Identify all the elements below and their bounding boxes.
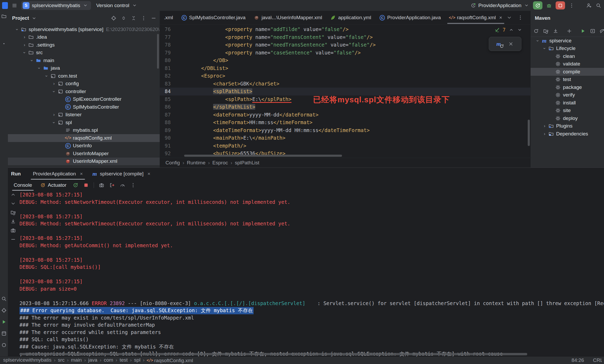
code-line-81[interactable]: 81 </DBList>	[160, 64, 530, 72]
editor-tab-application-yml[interactable]: application.yml	[326, 11, 375, 24]
console-output[interactable]: [2023-08-08 15:27:15]DEBUG: Method: setN…	[19, 191, 604, 357]
tab-list-chevron-icon[interactable]	[506, 15, 512, 21]
code-line-90[interactable]: 90 <mainPath>E:\</mainPath>	[160, 134, 530, 142]
search-icon[interactable]	[1, 296, 7, 302]
download-sources-icon[interactable]	[553, 28, 558, 34]
console-hscrollbar[interactable]	[19, 353, 527, 355]
close-tab-icon[interactable]: ×	[148, 171, 150, 177]
tree-chevron-icon[interactable]: ›	[542, 45, 547, 52]
project-item-spl[interactable]: ›spl	[8, 119, 160, 127]
maven-item-install[interactable]: install	[531, 99, 604, 107]
toggle-offline-icon[interactable]	[600, 28, 604, 34]
close-tab-icon[interactable]: ×	[80, 171, 83, 177]
project-item-java[interactable]: ›java	[8, 64, 160, 72]
editor-tab-java-userinfomapper-xml[interactable]: java\...\UserinfoMapper.xml	[250, 11, 326, 24]
project-item-userinfomapper[interactable]: UserInfoMapper	[8, 150, 160, 158]
close-tab-icon[interactable]: ×	[499, 15, 502, 21]
load-maven-changes-button[interactable]: m	[496, 41, 501, 47]
collapse-all-icon[interactable]	[131, 15, 137, 21]
debug-button[interactable]	[546, 3, 552, 8]
services-icon[interactable]	[1, 331, 7, 336]
project-switcher[interactable]: S splservicewithmybatis	[21, 1, 91, 10]
expand-all-icon[interactable]	[121, 15, 127, 21]
tree-chevron-icon[interactable]: ›	[541, 131, 548, 136]
print-icon[interactable]	[10, 228, 16, 233]
maven-item-clean[interactable]: clean	[531, 52, 604, 60]
problems-icon[interactable]	[1, 342, 7, 348]
project-item-splmybatiscontroller[interactable]: CSplMybatisController	[8, 103, 160, 111]
project-item-config[interactable]: ›config	[8, 80, 160, 88]
run-tab-splservice-compile[interactable]: msplservice [compile]×	[88, 168, 154, 180]
tree-chevron-icon[interactable]: ›	[21, 34, 28, 40]
editor-breadcrumbs[interactable]: Config›Runtime›Esproc›splPathList	[160, 158, 530, 168]
code-line-80[interactable]: 80 </DB>	[160, 57, 530, 64]
tree-chevron-icon[interactable]: ›	[51, 112, 57, 117]
tab-console[interactable]: Console	[12, 180, 34, 191]
status-crumb-file[interactable]: </>raqsoftConfig.xml	[147, 358, 193, 363]
caret-position[interactable]: 84:26	[571, 357, 584, 363]
prev-occurrence-icon[interactable]	[10, 192, 16, 198]
code-line-89[interactable]: 89 <dateTimeFormat>yyyy-MM-dd HH:mm:ss</…	[160, 127, 530, 134]
tree-chevron-icon[interactable]: ›	[51, 88, 57, 95]
project-item-mybatis-spl[interactable]: mybatis.spl	[8, 127, 160, 134]
project-toolwindow-icon[interactable]	[1, 13, 7, 19]
project-item-src[interactable]: ›src	[8, 49, 160, 57]
project-item-com-test[interactable]: ›com.test	[8, 72, 160, 80]
project-item-userinfo[interactable]: CUserInfo	[8, 142, 160, 150]
more-icon[interactable]	[141, 15, 147, 21]
maven-item-test[interactable]: test	[531, 76, 604, 84]
tree-chevron-icon[interactable]: ›	[22, 49, 27, 56]
more-actions-icon[interactable]	[569, 3, 575, 8]
code-line-87[interactable]: 87 <dateFormat>yyyy-MM-dd</dateFormat>	[160, 111, 530, 119]
tree-chevron-icon[interactable]: ›	[541, 123, 548, 129]
project-scrollbar[interactable]	[157, 34, 159, 69]
next-problem-icon[interactable]	[517, 27, 522, 33]
tree-chevron-icon[interactable]: ›	[14, 26, 20, 33]
code-editor[interactable]: 76 <property name="addTilde" value="fals…	[160, 25, 530, 158]
code-line-77[interactable]: 77 <property name="needTransContent" val…	[160, 33, 530, 41]
console-more-icon[interactable]	[130, 182, 136, 188]
code-line-91[interactable]: 91 <tempPath/>	[160, 142, 530, 150]
project-item-main[interactable]: ›main	[8, 57, 160, 64]
add-user-icon[interactable]	[586, 3, 592, 8]
prev-problem-icon[interactable]	[508, 27, 514, 33]
bookmarks-icon[interactable]	[1, 41, 7, 47]
status-crumb-src[interactable]: src	[58, 357, 64, 363]
code-line-83[interactable]: 83 <charSet>GBK</charSet>	[160, 80, 530, 88]
inspection-widget[interactable]: 7	[494, 27, 522, 33]
vcs-widget[interactable]: Version control	[95, 2, 140, 9]
status-crumb-splservicewithmybatis[interactable]: splservicewithmybatis	[3, 357, 52, 363]
editor-hscrollbar[interactable]	[184, 155, 342, 157]
editor-tab-splmybatiscontroller-java[interactable]: CSplMybatisController.java	[177, 11, 250, 24]
project-item-idea[interactable]: ›.idea	[8, 33, 160, 41]
status-breadcrumbs[interactable]: splservicewithmybatis›src›main›java›com›…	[3, 357, 193, 363]
project-item-splservicewithmybatis-splservice[interactable]: ›splservicewithmybatis [splservice]E:\20…	[8, 26, 160, 33]
breadcrumb-runtime[interactable]: Runtime	[187, 160, 205, 166]
code-line-79[interactable]: 79 <property name="caseSentence" value="…	[160, 49, 530, 57]
tree-chevron-icon[interactable]: ›	[51, 119, 57, 126]
stop-button[interactable]	[556, 1, 565, 9]
execute-maven-goal-icon[interactable]	[590, 28, 596, 34]
run-maven-build-icon[interactable]	[580, 28, 586, 34]
tree-chevron-icon[interactable]: ›	[51, 81, 57, 86]
thread-dump-icon[interactable]	[99, 182, 104, 188]
maven-item-verify[interactable]: verify	[531, 91, 604, 99]
add-maven-project-icon[interactable]	[566, 28, 572, 34]
run-configuration-selector[interactable]: ProviderApplication	[470, 3, 529, 8]
tree-chevron-icon[interactable]: ›	[44, 73, 49, 79]
code-line-82[interactable]: 82 <Esproc>	[160, 72, 530, 80]
code-line-78[interactable]: 78 <property name="needTransSentence" va…	[160, 41, 530, 49]
maven-item-validate[interactable]: validate	[531, 60, 604, 68]
chevron-down-icon[interactable]	[31, 15, 37, 21]
project-item-splexecutercontroller[interactable]: CSplExecuterController	[8, 95, 160, 103]
structure-icon[interactable]	[1, 307, 7, 313]
tab-options-icon[interactable]	[517, 15, 523, 21]
exit-icon[interactable]	[109, 182, 115, 188]
breadcrumb-splpathlist[interactable]: splPathList	[235, 160, 259, 166]
code-line-76[interactable]: 76 <property name="addTilde" value="fals…	[160, 26, 530, 33]
dismiss-icon[interactable]	[508, 41, 514, 47]
maven-item-lifecycle[interactable]: ›Lifecycle	[531, 45, 604, 53]
rerun-icon[interactable]	[73, 182, 78, 188]
rerun-button[interactable]	[533, 1, 542, 9]
status-crumb-com[interactable]: com	[104, 357, 113, 363]
